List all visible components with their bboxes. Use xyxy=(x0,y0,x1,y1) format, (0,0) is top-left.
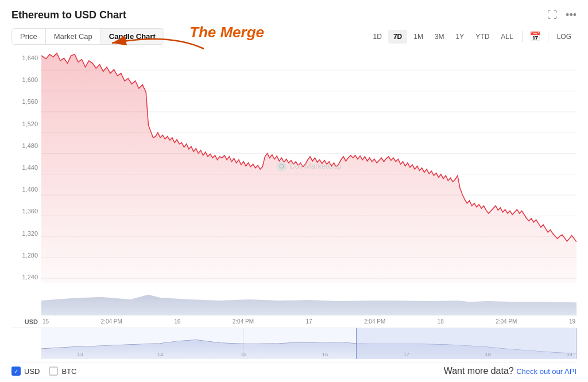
time-btn-log[interactable]: LOG xyxy=(552,30,577,44)
time-btn-1d[interactable]: 1D xyxy=(368,30,387,44)
x-axis-labels: 15 2:04 PM 16 2:04 PM 17 2:04 PM 18 2:04… xyxy=(41,318,577,325)
x-label-8: 19 xyxy=(569,318,575,325)
x-label-5: 2:04 PM xyxy=(364,318,385,325)
price-chart-svg[interactable]: ⬡ CoinMarketCap xyxy=(41,49,577,283)
y-label-2: 1,560 xyxy=(22,99,38,105)
svg-text:14: 14 xyxy=(157,352,163,357)
svg-text:17: 17 xyxy=(404,352,409,357)
x-label-7: 2:04 PM xyxy=(496,318,517,325)
svg-text:16: 16 xyxy=(322,352,328,357)
x-axis: USD 15 2:04 PM 16 2:04 PM 17 2:04 PM 18 … xyxy=(11,318,577,325)
fullscreen-icon[interactable]: ⛶ xyxy=(547,9,558,21)
time-btn-1m[interactable]: 1M xyxy=(408,30,428,44)
x-label-3: 2:04 PM xyxy=(233,318,254,325)
time-separator-2 xyxy=(548,31,548,42)
time-btn-all[interactable]: ALL xyxy=(496,30,518,44)
api-promo-link[interactable]: Check out our API xyxy=(516,367,577,376)
time-btn-1y[interactable]: 1Y xyxy=(451,30,470,44)
merge-label: The Merge xyxy=(189,24,264,41)
x-label-2: 16 xyxy=(174,318,180,325)
tab-candle-chart[interactable]: Candle Chart xyxy=(101,29,164,44)
time-range-group: 1D 7D 1M 3M 1Y YTD ALL 📅 LOG xyxy=(368,28,577,45)
toggle-btc[interactable]: BTC xyxy=(49,367,76,376)
page-title: Ethereum to USD Chart xyxy=(11,9,126,21)
api-promo-text: Want more data? xyxy=(444,366,514,376)
currency-toggles: ✓ USD BTC xyxy=(11,367,76,376)
y-label-8: 1,320 xyxy=(22,231,38,237)
volume-svg xyxy=(41,283,577,317)
btc-checkbox[interactable] xyxy=(49,367,58,376)
svg-rect-13 xyxy=(357,328,577,359)
usd-checkbox[interactable]: ✓ xyxy=(11,367,21,376)
navigator-spacer xyxy=(11,328,41,357)
tab-price[interactable]: Price xyxy=(12,29,46,44)
y-label-9: 1,280 xyxy=(22,252,38,259)
time-btn-ytd[interactable]: YTD xyxy=(470,30,494,44)
x-label-1: 2:04 PM xyxy=(101,318,122,325)
x-label-6: 18 xyxy=(438,318,444,325)
api-promo: Want more data? Check out our API xyxy=(444,366,577,376)
toggle-usd[interactable]: ✓ USD xyxy=(11,367,40,376)
svg-text:19: 19 xyxy=(566,352,572,357)
main-chart: 1,640 1,600 1,560 1,520 1,480 1,440 1,40… xyxy=(11,49,577,283)
y-label-4: 1,480 xyxy=(22,143,38,149)
y-label-10: 1,240 xyxy=(22,274,38,280)
svg-text:13: 13 xyxy=(77,352,83,357)
navigator-chart[interactable]: 13 14 15 16 17 18 19 xyxy=(41,328,577,357)
tab-market-cap[interactable]: Market Cap xyxy=(46,29,101,44)
y-label-3: 1,520 xyxy=(22,121,38,127)
y-axis: 1,640 1,600 1,560 1,520 1,480 1,440 1,40… xyxy=(11,49,41,283)
x-label-4: 17 xyxy=(305,318,312,325)
bottom-row: ✓ USD BTC Want more data? Check out our … xyxy=(11,362,577,376)
chart-type-tabs: Price Market Cap Candle Chart xyxy=(11,28,164,45)
y-label-0: 1,640 xyxy=(22,55,38,61)
volume-chart xyxy=(11,283,577,317)
btc-toggle-label: BTC xyxy=(61,367,76,376)
chart-area: 1,640 1,600 1,560 1,520 1,480 1,440 1,40… xyxy=(11,49,577,357)
y-label-5: 1,440 xyxy=(22,165,38,171)
y-label-1: 1,600 xyxy=(22,77,38,83)
time-separator xyxy=(522,31,523,42)
usd-toggle-label: USD xyxy=(24,367,40,376)
time-btn-3m[interactable]: 3M xyxy=(430,30,450,44)
svg-text:18: 18 xyxy=(485,352,491,357)
time-btn-7d[interactable]: 7D xyxy=(388,30,407,44)
y-label-7: 1,360 xyxy=(22,208,38,215)
navigator-row: 13 14 15 16 17 18 19 xyxy=(11,328,577,357)
more-options-icon[interactable]: ••• xyxy=(566,9,577,21)
calendar-icon[interactable]: 📅 xyxy=(526,28,544,45)
y-label-6: 1,400 xyxy=(22,186,38,193)
usd-axis-label: USD xyxy=(11,318,41,325)
volume-y-axis xyxy=(11,283,41,317)
x-label-0: 15 xyxy=(42,318,49,325)
